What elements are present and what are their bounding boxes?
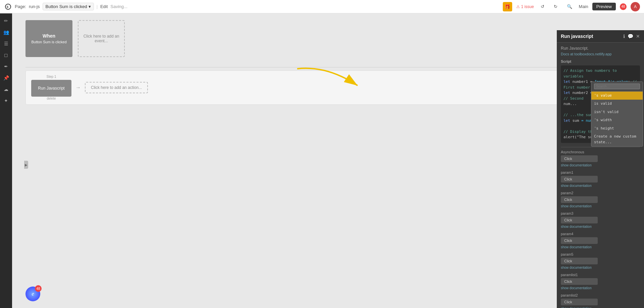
info-icon[interactable]: ℹ [623,34,625,39]
page-label: Page: [15,4,26,9]
autocomplete-item-isvalid[interactable]: is valid [591,100,643,108]
sidebar-icon-layers[interactable]: ☰ [1,39,11,48]
edit-label: Edit [100,4,108,9]
step-label: Step 1 [47,75,56,79]
warning-icon: ⚠ [516,4,520,9]
param-row-paramlist2: paramlist2 Click show documentation [561,293,640,308]
param-doc-param5[interactable]: show documentation [561,266,640,269]
async-doc-link[interactable]: show documentation [561,163,640,167]
async-click-button[interactable]: Click [561,155,598,162]
param-label-param1: param1 [561,170,640,174]
undo-button[interactable]: ↺ [538,3,547,10]
param-label-param5: param5 [561,252,640,256]
topbar-right: 🎁 ⚠ 1 issue ↺ ↻ 🔍 Main Preview 48 A [503,2,640,11]
sidebar-icon-cursor[interactable]: ✏ [1,16,11,25]
gift-icon[interactable]: 🎁 [503,2,512,11]
panel-desc: Run Javascript. [561,46,640,51]
param-doc-param4[interactable]: show documentation [561,245,640,249]
param-click-param4[interactable]: Click [561,237,598,244]
async-row: Asynchronous Click show documentation [561,150,640,167]
autocomplete-item-width[interactable]: 's width [591,116,643,124]
step-arrow-icon: → [75,85,81,91]
param-doc-paramlist2[interactable]: show documentation [561,307,640,308]
when-subtitle: Button Sum is clicked [31,40,66,44]
autocomplete-item-isnotvalid[interactable]: isn't valid [591,108,643,116]
autocomplete-item-custom-state[interactable]: Create a new custom state... [591,133,643,146]
param-row-param4: param4 Click show documentation [561,232,640,249]
sidebar-icon-cloud[interactable]: ☁ [1,85,11,94]
avatar[interactable]: A [631,2,640,11]
issue-indicator[interactable]: ⚠ 1 issue [516,4,534,9]
svg-text:b: b [7,5,8,9]
chevron-down-icon: ▾ [89,4,91,9]
notification-badge[interactable]: 48 [620,3,627,10]
preview-button[interactable]: Preview [592,3,616,10]
when-section: When Button Sum is clicked Click here to… [25,20,125,57]
logo: b [4,3,12,11]
param-row-param5: param5 Click show documentation [561,252,640,269]
main-canvas: When Button Sum is clicked Click here to… [12,13,644,308]
param-label-paramlist1: paramlist1 [561,273,640,277]
param-row-paramlist1: paramlist1 Click show documentation [561,273,640,290]
run-javascript-panel: Run javascript ℹ 💬 ✕ Run Javascript. Doc… [557,30,644,308]
autocomplete-item-height[interactable]: 's height [591,124,643,133]
delete-step-link[interactable]: delete [47,97,56,100]
param-rows: param1 Click show documentation param2 C… [561,170,640,308]
script-section-label: Script [561,59,640,63]
main-label: Main [579,4,588,9]
saving-label: Saving... [110,4,127,9]
autocomplete-search-input[interactable] [594,84,640,89]
when-block: When Button Sum is clicked [25,20,72,57]
param-click-param5[interactable]: Click [561,258,598,264]
async-label: Asynchronous [561,150,640,154]
sidebar-icon-elements[interactable]: ◻ [1,50,11,60]
param-click-param2[interactable]: Click [561,196,598,203]
script-editor[interactable]: // Assign two numbers to variables let n… [561,65,640,143]
search-button[interactable]: 🔍 [564,3,575,10]
param-click-paramlist1[interactable]: Click [561,278,598,285]
param-doc-param3[interactable]: show documentation [561,225,640,228]
sidebar-icon-pin[interactable]: 📌 [1,73,11,83]
param-doc-param2[interactable]: show documentation [561,204,640,208]
param-click-paramlist2[interactable]: Click [561,299,598,305]
sidebar-icon-plugin[interactable]: ✦ [1,96,11,105]
autocomplete-item-value[interactable]: 's value [591,92,643,100]
param-label-param4: param4 [561,232,640,236]
step-block: Step 1 Run Javascript delete [31,75,71,100]
sidebar-icon-users[interactable]: 👥 [1,28,11,37]
sidebar-icon-pen[interactable]: ✒ [1,62,11,71]
chat-icon[interactable]: 💬 [628,34,633,39]
param-label-param2: param2 [561,191,640,195]
close-icon[interactable]: ✕ [636,34,640,39]
page-name: run-js [29,4,40,9]
panel-title: Run javascript [561,34,621,39]
divider [561,147,640,147]
add-action-block[interactable]: Click here to add an action... [85,82,148,93]
redo-button[interactable]: ↻ [551,3,560,10]
left-sidebar: ✏ 👥 ☰ ◻ ✒ 📌 ☁ ✦ [0,13,12,308]
left-expand-toggle[interactable]: ▶ [24,161,28,169]
when-title: When [43,33,55,39]
param-click-param1[interactable]: Click [561,176,598,183]
param-doc-paramlist1[interactable]: show documentation [561,286,640,290]
panel-header: Run javascript ℹ 💬 ✕ [557,30,644,43]
run-javascript-block[interactable]: Run Javascript [31,80,71,97]
docs-link[interactable]: Docs at toolboxdocs.netlify.app [561,52,640,56]
yellow-arrow-annotation [294,65,368,92]
add-event-block[interactable]: Click here to add an event... [78,20,125,57]
param-doc-param1[interactable]: show documentation [561,184,640,188]
param-label-param3: param3 [561,211,640,215]
topbar: b Page: run-js Button Sum is clicked ▾ |… [0,0,644,13]
event-dropdown[interactable]: Button Sum is clicked ▾ [43,3,94,10]
panel-body: Run Javascript. Docs at toolboxdocs.netl… [557,43,644,308]
bottom-user-avatar[interactable]: e 48 [25,287,40,301]
param-click-param3[interactable]: Click [561,217,598,223]
param-row-param2: param2 Click show documentation [561,191,640,208]
param-label-paramlist2: paramlist2 [561,293,640,297]
avatar-badge: 48 [35,285,42,292]
param-row-param3: param3 Click show documentation [561,211,640,228]
param-row-param1: param1 Click show documentation [561,170,640,188]
